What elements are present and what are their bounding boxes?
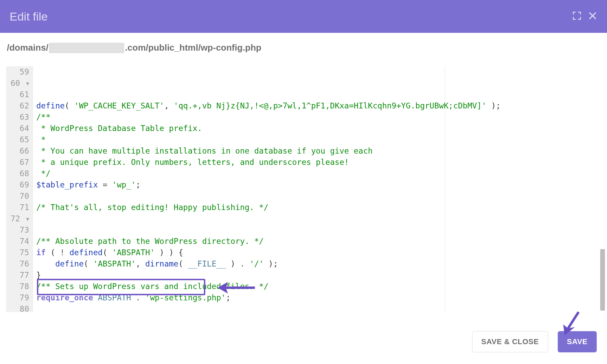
line-number: 78	[8, 281, 29, 292]
code-line[interactable]: if ( ! defined( 'ABSPATH' ) ) {	[33, 247, 601, 258]
code-line[interactable]: * a unique prefix. Only numbers, letters…	[33, 157, 601, 168]
code-area[interactable]: define( 'WP_CACHE_KEY_SALT', 'qq.+,vb Nj…	[33, 66, 601, 312]
line-number: 75	[8, 247, 29, 258]
code-line[interactable]	[33, 303, 601, 312]
code-line[interactable]: define( 'ABSPATH', dirname( __FILE__ ) .…	[33, 258, 601, 270]
code-line[interactable]: }	[33, 270, 601, 281]
line-number: 60 ▼	[8, 78, 29, 89]
code-line[interactable]: require_once ABSPATH . 'wp-settings.php'…	[33, 292, 601, 303]
path-prefix: /domains/	[7, 42, 48, 53]
code-line[interactable]: /**	[33, 112, 601, 123]
fold-arrow-icon[interactable]: ▼	[26, 216, 29, 222]
file-path: /domains/ .com/public_html/wp-config.php	[0, 33, 607, 59]
line-number: 71	[8, 202, 29, 213]
code-line[interactable]: /** Absolute path to the WordPress direc…	[33, 236, 601, 247]
line-number-gutter: 5960 ▼616263646566676869707172 ▼73747576…	[6, 66, 33, 312]
code-line[interactable]	[33, 224, 601, 236]
line-number: 80	[8, 303, 29, 315]
code-line[interactable]: /* That's all, stop editing! Happy publi…	[33, 202, 601, 213]
save-and-close-button[interactable]: SAVE & CLOSE	[472, 331, 548, 352]
code-line[interactable]	[33, 191, 601, 202]
scrollbar-thumb[interactable]	[600, 249, 605, 311]
header-icon-group	[572, 11, 597, 22]
line-number: 61	[8, 89, 29, 100]
line-number: 73	[8, 224, 29, 236]
code-line[interactable]: */	[33, 168, 601, 179]
save-button[interactable]: SAVE	[558, 331, 597, 352]
line-number: 70	[8, 191, 29, 202]
redacted-domain	[49, 43, 124, 53]
line-number: 66	[8, 145, 29, 157]
path-suffix: .com/public_html/wp-config.php	[125, 42, 261, 53]
line-number: 72 ▼	[8, 213, 29, 224]
modal-title: Edit file	[10, 10, 48, 23]
code-editor[interactable]: 5960 ▼616263646566676869707172 ▼73747576…	[6, 66, 601, 312]
line-number: 74	[8, 236, 29, 247]
line-number: 59	[8, 66, 29, 78]
line-number: 64	[8, 123, 29, 134]
code-line[interactable]: * WordPress Database Table prefix.	[33, 123, 601, 134]
fold-arrow-icon[interactable]: ▼	[26, 81, 29, 86]
editor-container: 5960 ▼616263646566676869707172 ▼73747576…	[6, 66, 601, 312]
line-number: 62	[8, 100, 29, 112]
close-icon[interactable]	[588, 11, 597, 22]
line-number: 79	[8, 292, 29, 303]
line-number: 76	[8, 258, 29, 270]
code-line[interactable]: define( 'WP_CACHE_KEY_SALT', 'qq.+,vb Nj…	[33, 100, 601, 112]
line-number: 68	[8, 168, 29, 179]
code-line[interactable]: *	[33, 134, 601, 145]
line-number: 77	[8, 270, 29, 281]
line-number: 67	[8, 157, 29, 168]
vertical-scrollbar[interactable]	[600, 66, 605, 312]
code-line[interactable]: * You can have multiple installations in…	[33, 145, 601, 157]
line-number: 65	[8, 134, 29, 145]
expand-icon[interactable]	[572, 11, 582, 22]
line-number: 63	[8, 112, 29, 123]
footer-button-bar: SAVE & CLOSE SAVE	[0, 320, 607, 364]
code-line[interactable]: $table_prefix = 'wp_';	[33, 179, 601, 191]
code-line[interactable]: /** Sets up WordPress vars and included …	[33, 281, 601, 292]
line-number: 69	[8, 179, 29, 191]
modal-header: Edit file	[0, 0, 607, 33]
code-line[interactable]	[33, 213, 601, 224]
